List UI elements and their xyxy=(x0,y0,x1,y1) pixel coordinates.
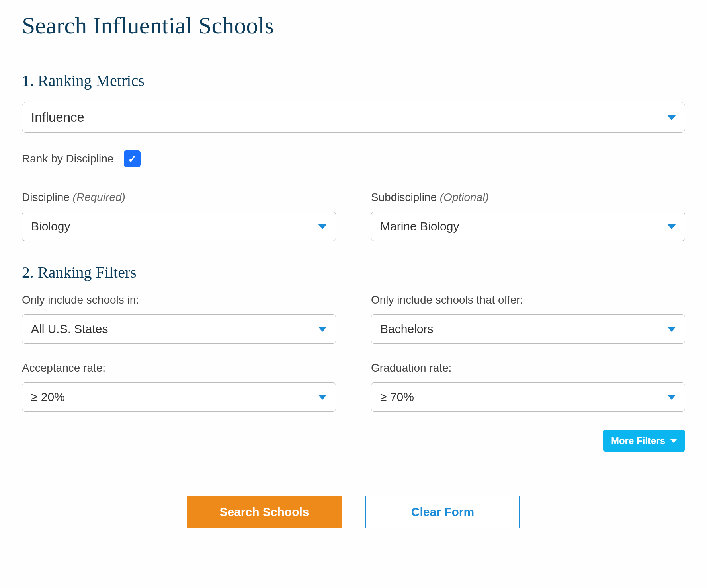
subdiscipline-label-hint: (Optional) xyxy=(440,191,489,203)
chevron-down-icon xyxy=(667,327,676,332)
chevron-down-icon xyxy=(318,395,327,400)
clear-form-button[interactable]: Clear Form xyxy=(365,496,520,528)
subdiscipline-label: Subdiscipline (Optional) xyxy=(371,191,685,204)
location-select[interactable]: All U.S. States xyxy=(22,314,336,344)
subdiscipline-label-text: Subdiscipline xyxy=(371,191,437,203)
discipline-select[interactable]: Biology xyxy=(22,212,336,241)
rank-by-discipline-checkbox[interactable]: ✓ xyxy=(124,150,141,167)
section-ranking-filters-title: 2. Ranking Filters xyxy=(22,263,685,282)
chevron-down-icon xyxy=(667,115,676,120)
graduation-rate-value: ≥ 70% xyxy=(380,390,414,404)
ranking-metric-value: Influence xyxy=(31,110,84,125)
chevron-down-icon xyxy=(670,439,677,443)
discipline-label: Discipline (Required) xyxy=(22,191,336,204)
discipline-label-text: Discipline xyxy=(22,191,70,203)
acceptance-rate-select[interactable]: ≥ 20% xyxy=(22,382,336,412)
chevron-down-icon xyxy=(667,224,676,229)
graduation-rate-label: Graduation rate: xyxy=(371,362,685,374)
chevron-down-icon xyxy=(318,327,327,332)
subdiscipline-value: Marine Biology xyxy=(380,220,459,233)
ranking-metric-select[interactable]: Influence xyxy=(22,102,685,133)
discipline-label-hint: (Required) xyxy=(73,191,125,203)
chevron-down-icon xyxy=(318,224,327,229)
location-value: All U.S. States xyxy=(31,322,108,336)
search-schools-button[interactable]: Search Schools xyxy=(187,496,342,528)
subdiscipline-select[interactable]: Marine Biology xyxy=(371,212,685,241)
location-filter-label: Only include schools in: xyxy=(22,294,336,306)
degree-filter-label: Only include schools that offer: xyxy=(371,294,685,306)
discipline-value: Biology xyxy=(31,220,70,233)
chevron-down-icon xyxy=(667,395,676,400)
rank-by-discipline-label: Rank by Discipline xyxy=(22,152,113,165)
graduation-rate-select[interactable]: ≥ 70% xyxy=(371,382,685,412)
page-title: Search Influential Schools xyxy=(22,12,685,39)
degree-value: Bachelors xyxy=(380,322,433,336)
degree-select[interactable]: Bachelors xyxy=(371,314,685,344)
more-filters-label: More Filters xyxy=(611,435,665,446)
checkmark-icon: ✓ xyxy=(128,152,137,165)
acceptance-rate-value: ≥ 20% xyxy=(31,390,65,404)
more-filters-button[interactable]: More Filters xyxy=(603,430,685,452)
section-ranking-metrics-title: 1. Ranking Metrics xyxy=(22,71,685,90)
acceptance-rate-label: Acceptance rate: xyxy=(22,362,336,374)
